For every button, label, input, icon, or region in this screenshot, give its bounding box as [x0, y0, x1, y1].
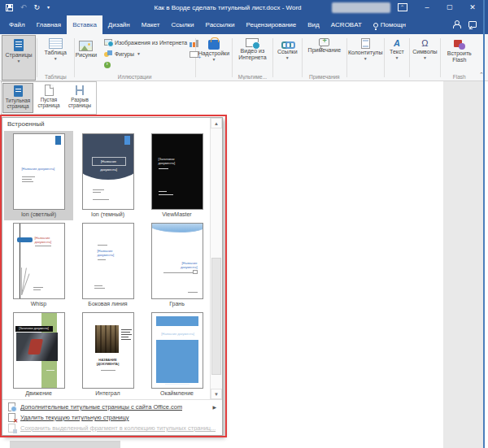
shapes-button[interactable]: Фигуры ▼ — [104, 49, 187, 59]
page-break-button[interactable]: Разрыв страницы — [64, 83, 95, 113]
tab-design[interactable]: Дизайн — [102, 15, 136, 34]
group-label-comments: Примечания — [303, 74, 346, 80]
gallery-item-facet[interactable]: [Название документа] Грань — [142, 220, 211, 310]
smartart-button[interactable] — [104, 60, 187, 70]
addins-icon — [208, 40, 220, 50]
tab-home[interactable]: Главная — [31, 15, 67, 34]
chevron-down-icon: ▼ — [137, 52, 141, 55]
header-footer-button[interactable]: Колонтитулы ▼ — [348, 35, 383, 80]
gallery-item-sideline[interactable]: [Название документа] Боковая линия — [73, 220, 142, 310]
cover-thumbnail: [Заголовок документа] — [151, 133, 203, 210]
cover-thumbnail: [Заголовок документа] — [13, 312, 65, 389]
scrollbar-thumb[interactable] — [211, 258, 221, 375]
cover-thumbnail: [Название документа] — [13, 133, 65, 210]
online-video-icon — [246, 38, 259, 47]
new-comment-icon — [319, 38, 329, 46]
save-selection-icon — [8, 424, 16, 433]
gallery-item-ion-dark[interactable]: [Название документа] Ion (темный) — [73, 131, 142, 220]
tab-insert[interactable]: Вставка — [67, 15, 102, 34]
group-tables: Таблица ▼ Таблицы — [38, 35, 73, 80]
chevron-down-icon: ▼ — [54, 57, 58, 60]
group-media: Видео из Интернета Мультиме... — [233, 35, 271, 80]
cover-thumbnail: [Название документа] — [82, 133, 134, 210]
chevron-down-icon: ▼ — [211, 58, 216, 61]
tab-references[interactable]: Ссылки — [165, 15, 199, 34]
undo-icon[interactable]: ↶ — [20, 0, 27, 15]
shapes-icon — [104, 50, 112, 58]
menu-item-save-selection: Сохранить выделенный фрагмент в коллекци… — [2, 423, 222, 433]
cover-page-button[interactable]: Титульная страница — [2, 83, 33, 113]
header-footer-icon — [361, 38, 370, 49]
symbols-button[interactable]: Ω Символы ▼ — [412, 35, 437, 80]
redo-icon[interactable]: ↻ — [34, 0, 41, 15]
close-button[interactable]: ✕ — [464, 0, 481, 15]
online-pictures-button[interactable]: Изображения из Интернета — [104, 37, 187, 47]
chevron-down-icon: ▼ — [423, 56, 427, 59]
pages-dropdown-panel: Титульная страница Пустая страница Разры… — [1, 81, 97, 115]
gallery-item-motion[interactable]: [Заголовок документа] Движение — [4, 310, 73, 399]
online-picture-icon — [104, 39, 112, 46]
cover-thumbnail: [Название документа] — [151, 223, 203, 299]
page-break-icon — [75, 85, 85, 96]
gallery-item-bordered[interactable]: [Название документа] Окаймление — [142, 310, 211, 399]
tab-view[interactable]: Вид — [302, 15, 325, 34]
blank-page-button[interactable]: Пустая страница — [33, 83, 64, 113]
tab-file[interactable]: Файл — [3, 15, 31, 34]
gallery-scrollbar[interactable]: ▲ ▼ — [210, 118, 222, 399]
ribbon-tab-bar: Файл Главная Вставка Дизайн Макет Ссылки… — [0, 15, 488, 34]
quick-access-toolbar: ↶ ↻ ▾ — [6, 0, 49, 15]
gallery-item-viewmaster[interactable]: [Заголовок документа] ViewMaster — [142, 131, 211, 220]
omega-icon: Ω — [421, 38, 428, 48]
online-covers-icon — [8, 402, 16, 411]
group-illustrations: Рисунки Изображения из Интернета Фигуры … — [76, 35, 194, 80]
links-button[interactable]: Ссылки ▼ — [277, 35, 298, 80]
group-header-footer: Колонтитулы ▼ — [348, 35, 383, 80]
minimize-button[interactable]: – — [418, 0, 436, 15]
chevron-down-icon: ▼ — [364, 57, 368, 60]
gallery-item-integral[interactable]: НАЗВАНИЕ [ДОКУМЕНТА] Интеграл — [73, 310, 142, 399]
cover-thumbnail: [Название документа] — [13, 223, 65, 299]
ribbon-display-options-icon[interactable] — [398, 3, 407, 11]
link-icon — [281, 40, 293, 48]
group-symbols: Ω Символы ▼ — [411, 35, 438, 80]
scroll-down-icon[interactable]: ▼ — [211, 389, 222, 399]
chevron-down-icon: ▼ — [285, 56, 290, 59]
blurred-account-area — [332, 2, 390, 13]
chevron-down-icon: ▼ — [394, 56, 399, 59]
picture-icon — [79, 41, 93, 51]
group-flash: Встроить Flash Flash — [441, 35, 477, 80]
smartart-icon — [104, 62, 111, 68]
customize-qat-icon[interactable]: ▾ — [47, 0, 49, 15]
submenu-arrow-icon: ▶ — [212, 404, 216, 410]
tab-mailings[interactable]: Рассылки — [200, 15, 241, 34]
tab-layout[interactable]: Макет — [136, 15, 166, 34]
sign-in-icon[interactable] — [453, 20, 460, 28]
tab-review[interactable]: Рецензирование — [240, 15, 302, 34]
tab-acrobat[interactable]: ACROBAT — [325, 15, 368, 34]
gallery-item-whisp[interactable]: [Название документа] Whisp — [4, 220, 73, 310]
cover-page-icon — [14, 85, 23, 97]
group-label-tables: Таблицы — [38, 74, 73, 80]
group-label-illustrations: Иллюстрации — [76, 74, 194, 80]
menu-item-remove-cover-page[interactable]: Удалить текущую титульную страницу — [2, 412, 222, 423]
gallery-item-ion-light[interactable]: [Название документа] Ion (светлый) — [4, 131, 73, 220]
document-scroll-area[interactable] — [443, 81, 483, 448]
feedback-icon[interactable] — [468, 21, 477, 28]
cover-thumbnail: [Название документа] — [151, 312, 203, 389]
word-window: ↶ ↻ ▾ Как в Ворде сделать титульный лист… — [0, 0, 488, 448]
group-addins: Надстройки ▼ — [197, 35, 232, 80]
tell-me-button[interactable]: Помощн — [368, 15, 412, 34]
pages-button[interactable]: Страницы ▼ — [2, 35, 36, 80]
maximize-button[interactable]: ▢ — [441, 0, 459, 15]
cover-page-gallery: Встроенный [Название документа] Ion (све… — [2, 117, 223, 436]
scroll-up-icon[interactable]: ▲ — [211, 118, 222, 128]
group-text: А Текст ▼ — [385, 35, 408, 80]
lightbulb-icon — [373, 23, 378, 28]
text-button[interactable]: А Текст ▼ — [390, 35, 404, 80]
gallery-section-header: Встроенный — [7, 120, 44, 128]
addins-button[interactable]: Надстройки ▼ — [198, 35, 229, 80]
save-icon[interactable] — [6, 4, 13, 11]
blank-page-icon — [45, 85, 54, 96]
menu-item-more-covers-office-com[interactable]: Дополнительные титульные страницы с сайт… — [2, 402, 222, 412]
cover-thumbnail: [Название документа] — [82, 223, 134, 299]
